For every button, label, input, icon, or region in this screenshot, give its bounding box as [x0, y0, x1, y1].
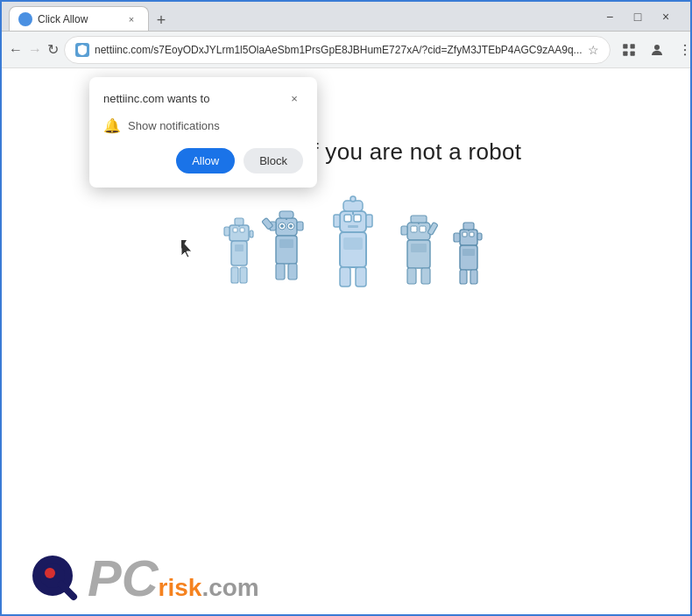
logo-magnifier	[28, 551, 81, 604]
svg-rect-63	[463, 249, 475, 256]
page-footer: PC risk .com	[28, 551, 259, 604]
navbar: ← → ↻ nettiinc.com/s7EoyODxJYLrm1l5OlaAe…	[2, 32, 690, 68]
logo-text-group: PC risk .com	[88, 551, 259, 604]
svg-rect-25	[297, 222, 303, 230]
svg-rect-60	[454, 233, 460, 242]
popup-header: nettiinc.com wants to ×	[103, 89, 303, 107]
address-bar[interactable]: nettiinc.com/s7EoyODxJYLrm1l5OlaAeSbm1Pr…	[64, 36, 611, 64]
popup-close-button[interactable]: ×	[286, 89, 303, 107]
site-security-icon	[75, 43, 89, 57]
svg-rect-47	[411, 226, 417, 232]
svg-rect-9	[233, 228, 237, 232]
logo-pc-text: PC	[88, 553, 159, 604]
close-button[interactable]: ×	[653, 7, 678, 26]
extensions-button[interactable]	[616, 37, 642, 63]
forward-button[interactable]: →	[28, 37, 42, 63]
logo-risk-text: risk	[159, 576, 202, 600]
profile-button[interactable]	[644, 37, 670, 63]
svg-rect-15	[231, 267, 238, 283]
svg-rect-61	[477, 233, 482, 240]
notification-popup: nettiinc.com wants to × 🔔 Show notificat…	[89, 77, 317, 188]
back-button[interactable]: ←	[9, 37, 23, 63]
logo-com-text: .com	[201, 576, 258, 600]
browser-content: nettiinc.com wants to × 🔔 Show notificat…	[2, 68, 690, 616]
svg-rect-42	[356, 267, 366, 287]
refresh-button[interactable]: ↻	[47, 37, 59, 63]
svg-line-71	[61, 584, 74, 597]
tab-strip: Click Allow × +	[9, 2, 594, 31]
svg-rect-10	[240, 228, 244, 232]
svg-rect-53	[407, 268, 416, 284]
svg-rect-11	[224, 227, 229, 236]
svg-rect-16	[240, 267, 247, 283]
svg-rect-65	[470, 270, 477, 284]
window-controls: − □ ×	[597, 7, 678, 26]
svg-rect-37	[334, 215, 340, 227]
svg-rect-36	[348, 225, 358, 228]
svg-point-6	[683, 48, 685, 50]
svg-rect-55	[411, 216, 427, 223]
svg-point-23	[289, 224, 293, 228]
tab-close-button[interactable]: ×	[124, 11, 139, 27]
active-tab[interactable]: Click Allow ×	[9, 6, 149, 31]
tab-favicon	[18, 12, 32, 26]
svg-rect-12	[250, 230, 253, 237]
svg-rect-35	[354, 215, 361, 222]
svg-rect-59	[470, 232, 474, 237]
svg-rect-41	[340, 267, 350, 287]
notification-text: Show notifications	[128, 119, 220, 132]
svg-rect-27	[279, 239, 293, 248]
svg-rect-30	[279, 211, 293, 218]
svg-rect-29	[288, 264, 297, 280]
svg-rect-54	[421, 268, 430, 284]
svg-rect-28	[276, 264, 285, 280]
svg-rect-43	[343, 201, 363, 211]
bookmark-icon[interactable]: ☆	[588, 43, 599, 57]
svg-rect-58	[463, 232, 467, 237]
bell-icon: 🔔	[103, 117, 121, 134]
svg-rect-49	[401, 226, 407, 235]
svg-rect-14	[235, 244, 244, 251]
toolbar-icons	[616, 37, 692, 63]
svg-rect-66	[463, 223, 474, 230]
url-text: nettiinc.com/s7EoyODxJYLrm1l5OlaAeSbm1Pr…	[95, 44, 583, 56]
svg-rect-48	[420, 226, 426, 232]
svg-point-4	[654, 45, 660, 50]
svg-rect-52	[411, 244, 427, 252]
svg-rect-2	[623, 51, 627, 55]
svg-rect-34	[344, 215, 351, 222]
svg-rect-0	[623, 44, 627, 48]
svg-rect-38	[366, 215, 372, 227]
svg-point-22	[280, 224, 284, 228]
svg-rect-64	[460, 270, 467, 284]
tab-title: Click Allow	[38, 13, 118, 25]
svg-point-45	[350, 196, 356, 202]
block-button[interactable]: Block	[244, 148, 303, 173]
titlebar: Click Allow × + − □ ×	[2, 2, 690, 32]
svg-point-70	[45, 568, 55, 578]
popup-buttons: Allow Block	[103, 148, 303, 173]
allow-button[interactable]: Allow	[176, 148, 235, 173]
svg-rect-3	[630, 51, 634, 55]
new-tab-button[interactable]: +	[149, 10, 173, 31]
robots-illustration	[201, 192, 491, 323]
svg-point-5	[683, 44, 685, 46]
popup-notification-row: 🔔 Show notifications	[103, 117, 303, 134]
svg-rect-8	[229, 225, 249, 241]
svg-rect-17	[235, 218, 244, 225]
minimize-button[interactable]: −	[597, 7, 622, 26]
svg-rect-57	[460, 230, 477, 245]
menu-button[interactable]	[672, 37, 692, 63]
maximize-button[interactable]: □	[625, 7, 650, 26]
popup-title: nettiinc.com wants to	[103, 92, 209, 105]
svg-rect-1	[630, 44, 634, 48]
svg-point-7	[683, 53, 685, 55]
svg-rect-40	[343, 237, 363, 250]
pcrisk-logo: PC risk .com	[28, 551, 259, 604]
